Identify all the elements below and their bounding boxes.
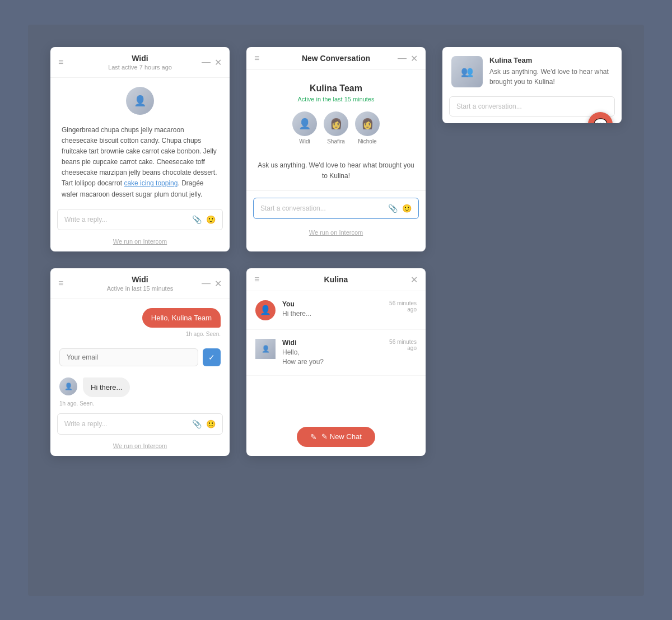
reply-icons: 📎 🙂 (192, 419, 216, 428)
intercom-link[interactable]: We run on Intercom (309, 229, 363, 236)
new-chat-section: ✎ ✎ New Chat (297, 427, 375, 447)
popup-avatar: 👥 (451, 56, 483, 87)
outgoing-message: Hello, Kulina Team (50, 299, 230, 330)
start-conversation-area[interactable]: Start a conversation... 📎 🙂 (253, 198, 419, 219)
close-icon[interactable]: ✕ (214, 278, 222, 288)
team-active: Active in the last 15 minutes (258, 96, 414, 102)
avatar-nichole: 👩 Nichole (355, 111, 380, 144)
conv-avatar-agent: 👤 (255, 339, 276, 359)
powered-by: We run on Intercom (50, 439, 230, 456)
powered-by: We run on Intercom (246, 226, 426, 243)
avatar-widi: 👤 Widi (292, 111, 317, 144)
card5-title: Kulina (255, 275, 417, 284)
minimize-icon[interactable]: — (202, 278, 211, 288)
incoming-message: 👤 Hi there... (50, 371, 230, 399)
card1-link[interactable]: cake icing topping (124, 179, 178, 187)
emoji-icon[interactable]: 🙂 (402, 204, 412, 213)
card5-header: ≡ Kulina ✕ (246, 268, 426, 291)
attachment-icon[interactable]: 📎 (192, 419, 202, 428)
close-icon[interactable]: ✕ (410, 53, 418, 63)
conv-avatar-user: 👤 (255, 300, 276, 320)
avatar-image: 👩 (324, 111, 348, 136)
reply-icons: 📎 🙂 (192, 215, 216, 224)
avatar-label: Nichole (358, 138, 376, 144)
menu-icon[interactable]: ≡ (254, 274, 259, 285)
outgoing-meta: 1h ago. Seen. (50, 330, 230, 344)
reply-area[interactable]: Write a reply... 📎 🙂 (57, 209, 223, 230)
avatar-image: 👤 (59, 377, 77, 395)
avatar-image: 👤 (126, 87, 154, 115)
emoji-icon[interactable]: 🙂 (206, 215, 216, 224)
avatar: 👤 (126, 87, 154, 115)
menu-icon[interactable]: ≡ (58, 278, 63, 288)
card1-subtitle: Last active 7 hours ago (59, 64, 221, 71)
new-chat-label: ✎ New Chat (321, 432, 362, 441)
powered-by: We run on Intercom (50, 235, 230, 251)
card1-message-body: Gingerbread chupa chups jelly macaroon c… (50, 119, 230, 209)
avatar-label: Shafira (327, 138, 345, 144)
email-submit-button[interactable]: ✓ (203, 348, 221, 366)
conv-time: 56 minutesago (389, 300, 417, 313)
conv-time: 56 minutesago (389, 339, 417, 351)
card2-team-message: Ask us anything. We'd love to hear what … (246, 160, 426, 191)
menu-icon[interactable]: ≡ (254, 53, 259, 63)
conv-content-widi: Widi Hello,How are you? (282, 339, 382, 367)
reply-placeholder: Write a reply... (64, 216, 192, 223)
conv-content-you: You Hi there... (282, 300, 382, 319)
team-section: Kulina Team Active in the last 15 minute… (246, 70, 426, 160)
menu-icon[interactable]: ≡ (58, 57, 63, 67)
close-icon[interactable]: ✕ (214, 57, 222, 67)
checkmark-icon: ✓ (208, 353, 215, 362)
card1-title: Widi (59, 54, 221, 63)
widget-kulina-list: ≡ Kulina ✕ 👤 You Hi there... 56 minutesa… (246, 268, 426, 456)
widget-widi-conversation: ≡ Widi Last active 7 hours ago — ✕ 👤 Gin… (50, 47, 230, 251)
avatar-image: 👤 (292, 111, 317, 136)
intercom-link[interactable]: We run on Intercom (113, 442, 167, 449)
main-container: ≡ Widi Last active 7 hours ago — ✕ 👤 Gin… (28, 25, 644, 596)
card4-header: ≡ Widi Active in last 15 minutes — ✕ (50, 268, 230, 299)
popup-start-placeholder: Start a conversation... (456, 102, 608, 110)
pencil-icon: ✎ (310, 432, 317, 441)
attachment-icon[interactable]: 📎 (388, 204, 398, 213)
reply-placeholder: Write a reply... (64, 420, 192, 428)
widget-widi-active: ≡ Widi Active in last 15 minutes — ✕ Hel… (50, 268, 230, 456)
card4-subtitle: Active in last 15 minutes (59, 285, 221, 292)
conversation-item-widi[interactable]: 👤 Widi Hello,How are you? 56 minutesago (246, 330, 426, 376)
avatar-image: 👥 (451, 56, 483, 87)
reply-area[interactable]: Write a reply... 📎 🙂 (57, 413, 223, 435)
conv-text: Hello,How are you? (282, 348, 382, 367)
popup-team-name: Kulina Team (489, 56, 613, 64)
conversation-item-you[interactable]: 👤 You Hi there... 56 minutesago (246, 291, 426, 330)
card2-title: New Conversation (255, 54, 417, 63)
chat-icon: 💬 (594, 118, 608, 123)
avatars-row: 👤 Widi 👩 Shafira 👩 Nichole (258, 111, 414, 144)
avatar-image: 👩 (355, 111, 380, 136)
attachment-icon[interactable]: 📎 (192, 215, 202, 224)
conv-sender: You (282, 300, 382, 308)
widget-new-conversation: ≡ New Conversation — ✕ Kulina Team Activ… (246, 47, 426, 251)
team-name: Kulina Team (258, 83, 414, 94)
start-icons: 📎 🙂 (388, 204, 412, 213)
emoji-icon[interactable]: 🙂 (206, 419, 216, 428)
email-input[interactable] (59, 348, 198, 366)
new-chat-button[interactable]: ✎ ✎ New Chat (297, 427, 375, 447)
widget-popup: 👥 Kulina Team Ask us anything. We'd love… (442, 47, 622, 123)
popup-start-area[interactable]: Start a conversation... (449, 96, 615, 116)
minimize-icon[interactable]: — (398, 53, 407, 63)
card2-header: ≡ New Conversation — ✕ (246, 47, 426, 70)
close-icon[interactable]: ✕ (410, 274, 418, 285)
avatar-shafira: 👩 Shafira (324, 111, 348, 144)
conv-text: Hi there... (282, 309, 382, 319)
card1-message-text: Gingerbread chupa chups jelly macaroon c… (62, 126, 217, 188)
avatar-label: Widi (299, 138, 310, 144)
start-placeholder: Start a conversation... (260, 204, 388, 212)
intercom-link[interactable]: We run on Intercom (113, 238, 167, 245)
outgoing-bubble: Hello, Kulina Team (142, 308, 221, 328)
minimize-icon[interactable]: — (202, 57, 211, 67)
incoming-meta: 1h ago. Seen. (50, 399, 230, 413)
incoming-bubble: Hi there... (83, 377, 130, 397)
conv-sender: Widi (282, 339, 382, 347)
card1-header: ≡ Widi Last active 7 hours ago — ✕ (50, 47, 230, 78)
popup-message: Ask us anything. We'd love to hear what … (489, 67, 613, 87)
email-capture: ✓ (59, 348, 221, 366)
